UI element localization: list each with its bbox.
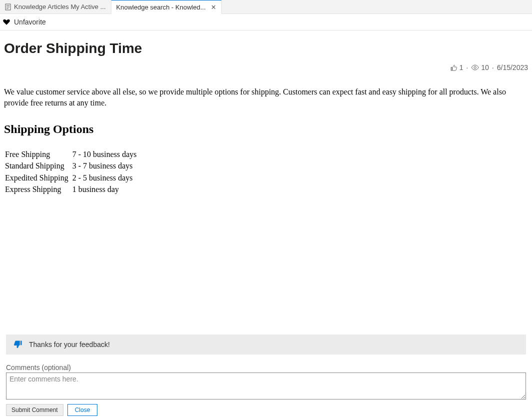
option-time: 2 - 5 business days	[71, 172, 140, 184]
tab-label: Knowledge search - Knowled...	[116, 4, 206, 11]
comment-buttons: Submit Comment Close	[6, 404, 526, 416]
eye-icon	[471, 64, 479, 70]
separator: ·	[492, 64, 494, 72]
document-icon	[5, 4, 11, 10]
tab-strip: Knowledge Articles My Active ... Knowled…	[0, 0, 532, 14]
likes-count: 1	[450, 64, 464, 72]
option-time: 1 business day	[71, 184, 140, 196]
tab-knowledge-search[interactable]: Knowledge search - Knowled... ✕	[111, 0, 222, 14]
option-time: 7 - 10 business days	[71, 148, 140, 160]
comments-input[interactable]	[6, 372, 526, 400]
table-row: Standard Shipping 3 - 7 business days	[4, 160, 140, 172]
table-row: Express Shipping 1 business day	[4, 184, 140, 196]
unfavorite-button[interactable]: Unfavorite	[14, 18, 46, 26]
shipping-options-table: Free Shipping 7 - 10 business days Stand…	[4, 148, 140, 196]
option-name: Free Shipping	[4, 148, 71, 160]
page-title: Order Shipping Time	[4, 40, 528, 56]
option-name: Standard Shipping	[4, 160, 71, 172]
tab-knowledge-articles[interactable]: Knowledge Articles My Active ...	[0, 0, 111, 14]
feedback-message: Thanks for your feedback!	[29, 340, 110, 348]
close-icon[interactable]: ✕	[211, 4, 216, 10]
article-intro: We value customer service above all else…	[4, 86, 528, 108]
table-row: Free Shipping 7 - 10 business days	[4, 148, 140, 160]
section-heading: Shipping Options	[4, 121, 528, 137]
svg-point-4	[474, 66, 476, 68]
separator: ·	[466, 64, 468, 72]
feedback-section: Thanks for your feedback! Comments (opti…	[6, 334, 526, 419]
table-row: Expedited Shipping 2 - 5 business days	[4, 172, 140, 184]
thumbs-up-icon	[450, 64, 458, 72]
option-name: Expedited Shipping	[4, 172, 71, 184]
option-name: Express Shipping	[4, 184, 71, 196]
close-button[interactable]: Close	[67, 404, 98, 416]
submit-comment-button[interactable]: Submit Comment	[6, 404, 63, 416]
feedback-banner: Thanks for your feedback!	[6, 334, 526, 354]
thumbs-down-icon	[13, 340, 23, 350]
article-date: 6/15/2023	[497, 64, 528, 72]
article-area: Order Shipping Time 1 · 10 · 6/15/2023 W…	[0, 30, 532, 330]
views-count: 10	[471, 64, 489, 72]
article-meta: 1 · 10 · 6/15/2023	[4, 64, 528, 72]
tab-label: Knowledge Articles My Active ...	[14, 3, 106, 10]
option-time: 3 - 7 business days	[71, 160, 140, 172]
article-content: We value customer service above all else…	[4, 86, 528, 196]
comments-label: Comments (optional)	[6, 364, 526, 372]
favorite-bar: Unfavorite	[0, 14, 532, 30]
heart-icon[interactable]	[3, 19, 10, 26]
